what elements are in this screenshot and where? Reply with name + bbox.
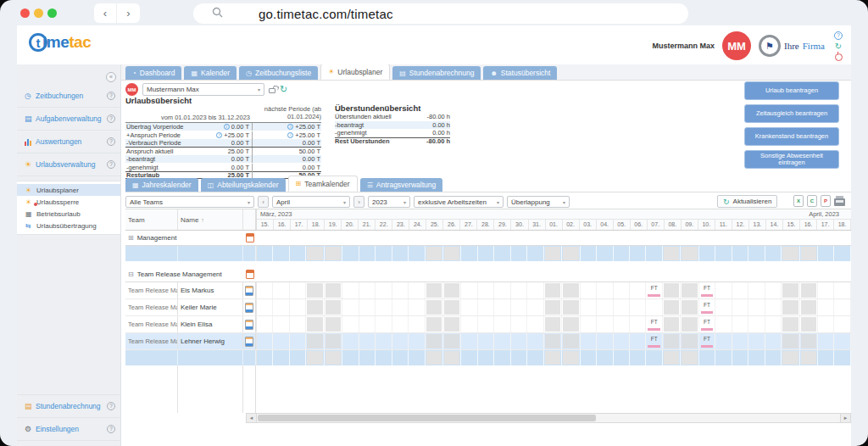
calendar-cell[interactable] [290, 350, 306, 365]
calendar-cell[interactable] [273, 316, 289, 332]
calendar-cell[interactable] [392, 350, 409, 365]
member-row-eis-markus[interactable]: Team Release Manag...Eis MarkusFTFT [125, 282, 851, 299]
calendar-cell[interactable] [527, 316, 543, 332]
scroll-left-icon[interactable]: ◂ [247, 414, 257, 422]
calendar-cell[interactable] [409, 333, 425, 349]
calendar-cell[interactable] [715, 246, 732, 261]
calendar-cell[interactable] [257, 350, 273, 365]
tab-dashboard[interactable]: ◔Dashboard [125, 66, 181, 80]
calendar-cell[interactable] [325, 246, 342, 261]
print-icon[interactable] [834, 198, 845, 206]
forward-button[interactable]: › [118, 3, 140, 23]
calendar-cell[interactable] [614, 282, 630, 298]
minimize-window-button[interactable] [34, 8, 43, 18]
help-icon[interactable]: ? [107, 92, 115, 100]
day-header[interactable]: 31. [529, 220, 546, 230]
day-header[interactable]: 22. [376, 220, 392, 230]
calendar-cell[interactable] [511, 316, 527, 332]
calendar-cell[interactable] [581, 299, 597, 315]
calendar-cell[interactable] [782, 282, 799, 298]
calendar-cell[interactable] [257, 316, 273, 332]
day-header[interactable]: 28. [477, 220, 494, 230]
calendar-cell[interactable] [443, 350, 461, 365]
group-row-management[interactable]: ⊞Management [125, 231, 851, 246]
calendar-cell[interactable] [663, 299, 681, 315]
calendar-cell[interactable] [544, 282, 562, 298]
day-header[interactable]: 05. [614, 220, 631, 230]
calendar-cell[interactable] [732, 316, 748, 332]
calendar-cell[interactable] [359, 316, 376, 332]
calendar-cell[interactable] [392, 299, 409, 315]
day-header[interactable]: 25. [426, 220, 443, 230]
calendar-cell[interactable] [342, 299, 359, 315]
subtab-abteilungskalender[interactable]: ◫Abteilungskalender [201, 178, 286, 192]
user-refresh-icon[interactable]: ↻ [280, 85, 287, 94]
calendar-cell[interactable]: FT [699, 299, 715, 315]
calendar-cell[interactable] [562, 299, 580, 315]
sidebar-item-zeitbuchungen[interactable]: ◷Zeitbuchungen? [17, 85, 120, 108]
calendar-cell[interactable] [834, 350, 850, 365]
calendar-cell[interactable] [581, 246, 597, 261]
calendar-cell[interactable] [748, 299, 765, 315]
calendar-cell[interactable] [306, 350, 324, 365]
calendar-cell[interactable] [597, 299, 613, 315]
calendar-cell[interactable] [409, 350, 425, 365]
calendar-cell[interactable] [359, 246, 376, 261]
day-header[interactable]: 10. [698, 220, 715, 230]
calendar-cell[interactable] [782, 246, 799, 261]
day-header[interactable]: 09. [682, 220, 698, 230]
calendar-cell[interactable]: FT [699, 333, 715, 349]
calendar-cell[interactable] [681, 350, 698, 365]
info-icon[interactable]: i [216, 132, 222, 138]
calendar-cell[interactable] [765, 316, 782, 332]
calendar-cell[interactable] [765, 333, 782, 349]
calendar-cell[interactable] [544, 350, 562, 365]
calendar-cell[interactable] [800, 299, 818, 315]
day-header[interactable]: 16. [800, 220, 817, 230]
calendar-cell[interactable] [630, 246, 646, 261]
day-header[interactable]: 16. [274, 220, 291, 230]
day-header[interactable]: 02. [563, 220, 580, 230]
calendar-cell[interactable] [715, 299, 732, 315]
calendar-cell[interactable] [359, 299, 376, 315]
calendar-cell[interactable] [614, 299, 630, 315]
calendar-cell[interactable] [630, 282, 646, 298]
day-header[interactable]: 18. [834, 220, 851, 230]
day-header[interactable]: 17. [291, 220, 308, 230]
calendar-cell[interactable] [290, 282, 306, 298]
calendar-cell[interactable] [494, 299, 510, 315]
calendar-cell[interactable] [630, 333, 646, 349]
back-button[interactable]: ‹ [95, 3, 117, 23]
info-icon[interactable]: i [287, 124, 293, 130]
calendar-cell[interactable] [715, 350, 732, 365]
sidebar-item-urlaubssperre[interactable]: ☀Urlaubssperre [17, 196, 120, 208]
calendar-cell[interactable] [527, 350, 543, 365]
member-row-keiler-marie[interactable]: Team Release Manag...Keiler MarieFT [125, 299, 851, 316]
calendar-cell[interactable] [273, 299, 289, 315]
calendar-cell[interactable] [597, 333, 613, 349]
calendar-cell[interactable] [765, 350, 782, 365]
calendar-cell[interactable] [359, 350, 376, 365]
urlaub-beantragen-button[interactable]: Urlaub beantragen [744, 81, 839, 100]
sidebar-item-betriebsurlaub[interactable]: ▦Betriebsurlaub [17, 208, 120, 220]
calendar-cell[interactable] [818, 282, 834, 298]
calendar-cell[interactable] [511, 282, 527, 298]
calendar-cell[interactable] [478, 333, 494, 349]
day-header[interactable]: 06. [631, 220, 648, 230]
calendar-cell[interactable] [325, 333, 342, 349]
calendar-cell[interactable] [342, 316, 359, 332]
calendar-cell[interactable] [562, 246, 580, 261]
calendar-cell[interactable] [748, 246, 765, 261]
sidebar-collapse-icon[interactable]: « [106, 72, 116, 82]
year-select[interactable]: 2023▾ [368, 196, 410, 208]
calendar-cell[interactable] [443, 333, 461, 349]
calendar-cell[interactable] [818, 333, 834, 349]
day-header[interactable]: 19. [325, 220, 342, 230]
calendar-cell[interactable] [306, 282, 324, 298]
calendar-cell[interactable] [290, 333, 306, 349]
calendar-cell[interactable] [715, 316, 732, 332]
calendar-cell[interactable] [342, 246, 359, 261]
day-header[interactable]: 03. [580, 220, 597, 230]
calendar-cell[interactable] [527, 282, 543, 298]
calendar-cell[interactable] [257, 299, 273, 315]
